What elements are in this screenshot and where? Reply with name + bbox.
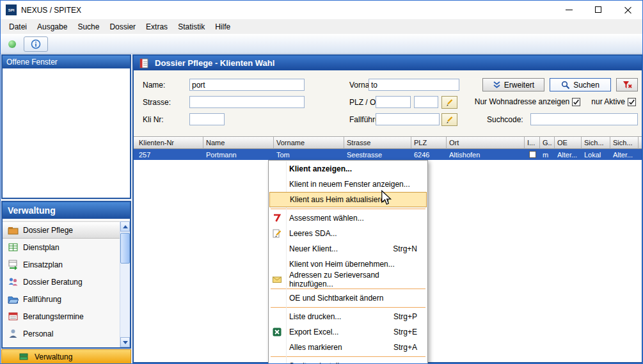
suchen-button[interactable]: Suchen [550, 78, 611, 91]
sidebar-item-dossier-beratung[interactable]: Dossier Beratung [3, 273, 120, 290]
menu-hilfe[interactable]: Hilfe [210, 19, 235, 34]
row-checkbox[interactable] [529, 151, 536, 158]
menu-shortcut: Strg+P [393, 312, 424, 321]
menu-item-assessment-waehlen[interactable]: Assessment wählen... [269, 210, 427, 226]
fallfuehrung-input[interactable] [376, 113, 440, 125]
plz-input[interactable] [376, 96, 411, 108]
menu-item-klient-anzeigen[interactable]: Klient anzeigen... [269, 161, 427, 177]
cell-oe: Alter... [555, 149, 582, 160]
kli-nr-input[interactable] [189, 113, 225, 125]
scroll-up-button[interactable] [120, 221, 130, 232]
menu-item-adressen-serieversand[interactable]: Adressen zu Serieversand hinzufügen... [269, 272, 427, 287]
verwaltung-scrollbar[interactable] [120, 221, 130, 347]
table-header-row: Klienten-Nr Name Vorname Strasse PLZ Ort… [134, 137, 642, 149]
menu-item-spalteneinstellungen[interactable]: Spalteneinstellungen [269, 358, 427, 364]
beratungstermine-icon [8, 311, 19, 322]
maximize-button[interactable] [583, 1, 613, 19]
menu-datei[interactable]: Datei [4, 19, 32, 34]
menu-item-leeres-sda[interactable]: Leeres SDA... [269, 226, 427, 241]
sidebar-item-dienstplan[interactable]: Dienstplan [3, 239, 120, 256]
col-g[interactable]: G.. [540, 137, 555, 149]
sidebar-item-label: Einsatzplan [23, 260, 63, 269]
sidebar-item-beratungstermine[interactable]: Beratungstermine [3, 308, 120, 325]
menu-extras[interactable]: Extras [141, 19, 173, 34]
sidebar-item-dossier-pflege[interactable]: Dossier Pflege [3, 221, 120, 239]
close-button[interactable] [613, 1, 642, 19]
cell-vorname: Tom [274, 149, 344, 160]
col-ort[interactable]: Ort [447, 137, 525, 149]
menu-shortcut: Strg+A [393, 343, 424, 352]
dienstplan-icon [8, 242, 19, 253]
menu-suche[interactable]: Suche [72, 19, 104, 34]
cell-ort: Altishofen [447, 149, 525, 160]
suchcode-input[interactable] [530, 113, 638, 125]
vorname-input[interactable] [369, 79, 459, 91]
sidebar-item-fallfuehrung[interactable]: Fallführung [3, 290, 120, 308]
verwaltung-icon [19, 352, 29, 362]
clear-filter-button[interactable] [616, 78, 638, 91]
minimize-button[interactable] [554, 1, 583, 19]
personal-icon [8, 328, 19, 339]
ort-input[interactable] [414, 96, 438, 108]
col-oe[interactable]: OE [555, 137, 582, 149]
kli-nr-label: Kli Nr: [143, 115, 164, 124]
menu-item-oe-sichtbarkeit[interactable]: OE und Sichtbarkeit ändern [269, 290, 427, 306]
info-button[interactable] [24, 36, 48, 52]
clear-filter-icon [623, 81, 632, 90]
wohnadresse-checkbox[interactable] [572, 98, 580, 106]
excel-icon [272, 327, 282, 337]
menu-shortcut: Strg+N [393, 244, 424, 253]
menu-item-alles-markieren[interactable]: Alles markieren Strg+A [269, 340, 427, 355]
col-i[interactable]: I... [525, 137, 540, 149]
cell-sich-1: Lokal [582, 149, 610, 160]
pencil-icon [445, 99, 454, 107]
sidebar-item-einsatzplan[interactable]: Einsatzplan [3, 256, 120, 273]
menu-item-klient-neues-fenster[interactable]: Klient in neuem Fenster anzeigen... [269, 177, 427, 192]
search-form: Name: Vorname: Erweitert Suchen [134, 70, 642, 136]
nur-aktive-checkbox[interactable] [628, 98, 636, 106]
col-vorname[interactable]: Vorname [274, 137, 344, 149]
sidebar-item-label: Personal [23, 329, 53, 338]
menu-item-klient-von-heim-uebernehmen[interactable]: Klient von Heim übernehmen... [269, 257, 427, 272]
col-name[interactable]: Name [203, 137, 274, 149]
page-title: Dossier Pflege - Klienten Wahl [155, 58, 274, 68]
cell-i-checkbox[interactable] [525, 149, 540, 160]
erweitert-button[interactable]: Erweitert [482, 78, 544, 91]
strasse-label: Strasse: [143, 98, 171, 107]
scroll-thumb[interactable] [120, 233, 130, 264]
cell-plz: 6246 [411, 149, 447, 160]
col-sich-1[interactable]: Sich... [582, 137, 610, 149]
name-input[interactable] [189, 79, 305, 91]
dossier-beratung-icon [8, 276, 19, 287]
verwaltung-nav-button[interactable]: Verwaltung [1, 349, 131, 364]
connect-button[interactable] [6, 38, 19, 51]
sidebar-item-label: Fallführung [23, 295, 61, 304]
col-plz[interactable]: PLZ [411, 137, 447, 149]
col-strasse[interactable]: Strasse [344, 137, 411, 149]
serienversand-icon [272, 274, 282, 285]
menu-item-label: Klient in neuem Fenster anzeigen... [289, 180, 410, 189]
plz-lookup-button[interactable] [441, 96, 457, 109]
menu-dossier[interactable]: Dossier [104, 19, 141, 34]
menu-item-neuer-klient[interactable]: Neuer Klient... Strg+N [269, 241, 427, 257]
col-sich-2[interactable]: Sich... [610, 137, 639, 149]
col-klienten-nr[interactable]: Klienten-Nr [136, 137, 203, 149]
menu-item-export-excel[interactable]: Export Excel... Strg+E [269, 324, 427, 340]
verwaltung-nav-label: Verwaltung [35, 352, 72, 361]
close-icon [624, 6, 631, 13]
app-window: SPI NEXUS / SPITEX Datei Ausgabe Suche D… [0, 0, 643, 364]
scroll-down-button[interactable] [120, 337, 130, 347]
minimize-icon [566, 10, 573, 10]
menu-item-klient-aus-heim-aktualisieren[interactable]: Klient aus Heim aktualisieren [269, 192, 427, 207]
menu-item-liste-drucken[interactable]: Liste drucken... Strg+P [269, 309, 427, 324]
menu-separator [271, 307, 425, 308]
menu-ausgabe[interactable]: Ausgabe [32, 19, 72, 34]
erweitert-label: Erweitert [504, 81, 534, 90]
table-row[interactable]: 257 Portmann Tom Seestrasse 6246 Altisho… [134, 149, 642, 160]
toolbar [1, 34, 642, 54]
strasse-input[interactable] [189, 96, 305, 108]
verwaltung-panel: Verwaltung Dossier Pflege Dienstplan E [1, 201, 131, 349]
menu-statistik[interactable]: Statistik [173, 19, 210, 34]
sidebar-item-personal[interactable]: Personal [3, 325, 120, 342]
fallfuehrung-edit-button[interactable] [441, 113, 457, 126]
